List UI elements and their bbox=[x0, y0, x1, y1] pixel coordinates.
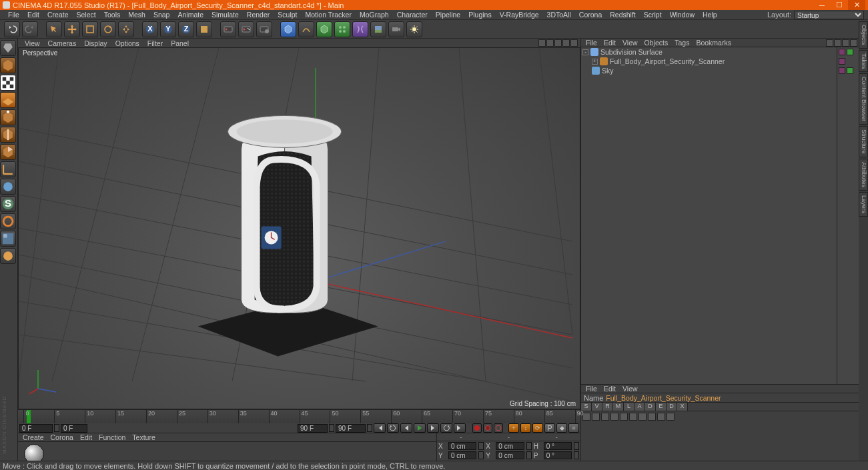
move-button[interactable] bbox=[64, 21, 80, 37]
polygon-mode-button[interactable] bbox=[0, 144, 16, 160]
rot-H[interactable]: 0 ° bbox=[544, 442, 572, 450]
tag-icon[interactable] bbox=[839, 49, 845, 55]
matmenu-corona[interactable]: Corona bbox=[47, 433, 77, 441]
menu-animate[interactable]: Animate bbox=[173, 11, 207, 19]
menu-sculpt[interactable]: Sculpt bbox=[274, 11, 301, 19]
key-rotation-button[interactable]: ⟳ bbox=[532, 423, 543, 433]
attr-tab-V[interactable]: V bbox=[592, 403, 602, 411]
attr-tab-M[interactable]: M bbox=[613, 403, 624, 411]
range-end-inner-field[interactable]: 90 F bbox=[298, 424, 328, 433]
objmenu-file[interactable]: File bbox=[582, 39, 600, 47]
tree-item[interactable]: Sky bbox=[581, 66, 837, 75]
key-param-button[interactable]: P bbox=[544, 423, 555, 433]
key-position-button[interactable]: + bbox=[508, 423, 519, 433]
y-axis-button[interactable]: Y bbox=[160, 21, 176, 37]
object-name[interactable]: Sky bbox=[602, 67, 614, 75]
attr-icon[interactable] bbox=[592, 413, 600, 421]
range-end-field[interactable]: 90 F bbox=[336, 424, 366, 433]
menu-v-raybridge[interactable]: V-RayBridge bbox=[496, 11, 543, 19]
goto-start-button[interactable] bbox=[374, 423, 386, 433]
attr-icon[interactable] bbox=[667, 413, 675, 421]
x-axis-button[interactable]: X bbox=[142, 21, 158, 37]
vpmenu-panel[interactable]: Panel bbox=[167, 39, 193, 47]
add-camera-button[interactable] bbox=[388, 21, 404, 37]
add-deformer-button[interactable] bbox=[352, 21, 368, 37]
autokey-button[interactable] bbox=[483, 423, 492, 433]
attr-tab-X[interactable]: X bbox=[677, 403, 688, 411]
vp-rotate-icon[interactable] bbox=[562, 39, 570, 47]
expander-icon[interactable]: - bbox=[582, 49, 588, 55]
objmenu-tags[interactable]: Tags bbox=[671, 39, 693, 47]
size-X[interactable]: 0 cm bbox=[496, 442, 524, 450]
attr-icon[interactable] bbox=[657, 413, 665, 421]
menu-tools[interactable]: Tools bbox=[100, 11, 125, 19]
tag-icon[interactable] bbox=[847, 58, 853, 65]
layout-dropdown[interactable]: Startup bbox=[794, 11, 864, 19]
record-button[interactable] bbox=[472, 423, 482, 433]
tag-icon[interactable] bbox=[839, 58, 845, 65]
texture-mode-button[interactable] bbox=[0, 75, 16, 91]
render-view-button[interactable] bbox=[220, 21, 236, 37]
vp-move-icon[interactable] bbox=[546, 39, 554, 47]
tree-item[interactable]: +Full_Body_Airport_Security_Scanner bbox=[581, 57, 837, 66]
attr-icon[interactable] bbox=[629, 413, 637, 421]
matmenu-edit[interactable]: Edit bbox=[77, 433, 95, 441]
point-mode-button[interactable] bbox=[0, 109, 16, 125]
add-cube-button[interactable] bbox=[280, 21, 296, 37]
object-name[interactable]: Subdivision Surface bbox=[600, 48, 663, 56]
menu-mograph[interactable]: MoGraph bbox=[356, 11, 393, 19]
loop-fw-button[interactable] bbox=[440, 423, 452, 433]
menu-select[interactable]: Select bbox=[73, 11, 100, 19]
matmenu-create[interactable]: Create bbox=[19, 433, 47, 441]
key-all-button[interactable]: ≡ bbox=[568, 423, 579, 433]
undo-button[interactable] bbox=[4, 21, 20, 37]
size-Y[interactable]: 0 cm bbox=[496, 451, 524, 459]
workplane-snap-button[interactable] bbox=[0, 213, 16, 229]
menu-redshift[interactable]: Redshift bbox=[606, 11, 640, 19]
menu-create[interactable]: Create bbox=[43, 11, 73, 19]
attr-icon[interactable] bbox=[582, 413, 590, 421]
vpmenu-display[interactable]: Display bbox=[80, 39, 111, 47]
z-axis-button[interactable]: Z bbox=[178, 21, 194, 37]
menu-window[interactable]: Window bbox=[666, 11, 699, 19]
pos-Y[interactable]: 0 cm bbox=[448, 451, 476, 459]
attrmenu-edit[interactable]: Edit bbox=[600, 385, 619, 393]
locked-workplane-button[interactable] bbox=[0, 248, 16, 264]
workplane-button[interactable] bbox=[0, 92, 16, 108]
recent-tools-button[interactable] bbox=[118, 21, 134, 37]
menu-character[interactable]: Character bbox=[393, 11, 432, 19]
attr-name-value[interactable]: Full_Body_Airport_Security_Scanner bbox=[606, 394, 856, 402]
menu-file[interactable]: File bbox=[4, 11, 23, 19]
tag-icon[interactable] bbox=[839, 67, 845, 74]
key-pla-button[interactable]: ◆ bbox=[556, 423, 567, 433]
attr-icon[interactable] bbox=[638, 413, 646, 421]
expander-icon[interactable]: + bbox=[592, 59, 598, 65]
timeline[interactable]: 051015202530354045505560657075808590 bbox=[18, 409, 580, 423]
tweak-button[interactable] bbox=[0, 179, 16, 195]
objmgr-filter-icon[interactable] bbox=[850, 39, 857, 47]
attr-tab-D[interactable]: D bbox=[667, 403, 677, 411]
menu-3dtoall[interactable]: 3DToAll bbox=[543, 11, 575, 19]
current-frame-field[interactable]: 0 F bbox=[61, 424, 87, 433]
play-button[interactable] bbox=[414, 423, 426, 433]
attr-tab-A[interactable]: A bbox=[634, 403, 645, 411]
add-array-button[interactable] bbox=[334, 21, 350, 37]
make-editable-button[interactable] bbox=[0, 40, 16, 56]
menu-pipeline[interactable]: Pipeline bbox=[432, 11, 464, 19]
vp-zoom-icon[interactable] bbox=[554, 39, 562, 47]
next-frame-button[interactable] bbox=[427, 423, 439, 433]
render-settings-button[interactable] bbox=[256, 21, 272, 37]
goto-end-button[interactable] bbox=[454, 423, 466, 433]
menu-script[interactable]: Script bbox=[640, 11, 666, 19]
viewport[interactable]: Perspective Grid Spacing : 100 cm bbox=[18, 47, 580, 409]
objmgr-search-icon[interactable] bbox=[826, 39, 833, 47]
range-end-spin[interactable] bbox=[367, 424, 372, 432]
add-spline-button[interactable] bbox=[298, 21, 314, 37]
prev-frame-button[interactable] bbox=[400, 423, 412, 433]
attr-tab-D[interactable]: D bbox=[645, 403, 656, 411]
attr-tab-E[interactable]: E bbox=[656, 403, 667, 411]
range-end-inner-spin[interactable] bbox=[329, 424, 334, 432]
menu-mesh[interactable]: Mesh bbox=[124, 11, 149, 19]
vpmenu-view[interactable]: View bbox=[21, 39, 44, 47]
object-name[interactable]: Full_Body_Airport_Security_Scanner bbox=[610, 57, 725, 65]
